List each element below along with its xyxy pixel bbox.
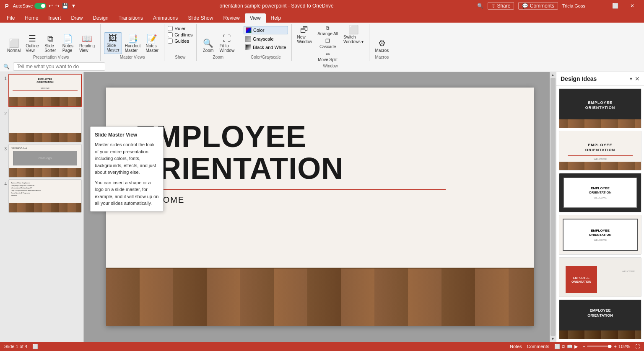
status-bar-left: Slide 1 of 4 ⬜ <box>4 344 38 349</box>
comments-button[interactable]: 💬 Comments <box>518 2 558 10</box>
zoom-slider[interactable] <box>587 346 612 347</box>
zoom-control[interactable]: − + 102% <box>583 344 630 349</box>
cascade-button[interactable]: ❐ Cascade <box>316 37 340 50</box>
tab-home[interactable]: Home <box>20 13 43 23</box>
zoom-thumb <box>608 345 611 348</box>
move-split-button[interactable]: ⇔ Move Split <box>316 50 340 63</box>
notes-page-button[interactable]: 📄 NotesPage <box>60 33 76 54</box>
user-name: Tricia Goss <box>562 3 585 8</box>
design-idea-4-sub: WELCOME <box>594 239 607 241</box>
design-idea-card-2[interactable]: EMPLOYEEORIENTATION WELCOME <box>559 131 641 170</box>
slide-3-image: Catalogs <box>13 151 77 165</box>
vertical-scrollbar[interactable]: ▲ ▼ <box>550 72 556 342</box>
window-buttons: 🗗 NewWindow ⧉ Arrange All ❐ Cascade ⇔ Mo… <box>295 24 366 63</box>
design-idea-card-4[interactable]: EMPLOYEEORIENTATION WELCOME <box>559 215 641 255</box>
slide-thumb-1[interactable]: 1 EMPLOYEEORIENTATION WELCOME <box>2 74 82 107</box>
notes-page-icon: 📄 <box>62 34 73 43</box>
new-window-button[interactable]: 🗗 NewWindow <box>295 24 314 63</box>
slide-3-header: PARADECK, LLC <box>11 147 27 149</box>
slide-thumb-2[interactable]: 2 <box>2 109 82 142</box>
zoom-button[interactable]: 🔍 Zoom <box>200 38 217 54</box>
handout-master-button[interactable]: 📑 HandoutMaster <box>123 33 143 54</box>
tab-draw[interactable]: Draw <box>66 13 88 23</box>
macros-button[interactable]: ⚙ Macros <box>373 38 391 54</box>
comments-status-button[interactable]: Comments <box>527 344 549 349</box>
search-icon[interactable]: 🔍 <box>477 3 483 9</box>
zoom-label: Zoom <box>213 54 224 61</box>
notes-button[interactable]: Notes <box>510 344 522 349</box>
zoom-in-icon[interactable]: + <box>614 344 616 349</box>
normal-view-status-icon[interactable]: ⬜ <box>554 344 560 349</box>
slide-1-title: EMPLOYEEORIENTATION <box>13 78 78 84</box>
slide-sorter-button[interactable]: ⧉ SlideSorter <box>42 33 59 54</box>
zoom-level: 102% <box>618 344 630 349</box>
autosave-label: AutoSave <box>13 3 47 9</box>
slide-1-line <box>13 90 78 91</box>
ribbon-group-color: Color Grayscale Black and White Color/Gr… <box>240 24 291 61</box>
design-idea-card-3[interactable]: EMPLOYEEORIENTATION WELCOME <box>559 173 641 213</box>
tab-view[interactable]: View <box>245 13 266 23</box>
share-button[interactable]: ⇧ Share <box>488 2 514 10</box>
black-white-option[interactable]: Black and White <box>244 44 288 51</box>
window-sub-buttons: ⧉ Arrange All ❐ Cascade ⇔ Move Split <box>316 24 340 63</box>
customize-icon[interactable]: ▼ <box>71 3 76 9</box>
ruler-checkbox[interactable]: Ruler <box>168 26 192 31</box>
slide-preview-content-4: Topics of New Employees Company Policy a… <box>9 180 81 212</box>
scroll-thumb[interactable] <box>551 78 556 336</box>
scroll-up-arrow[interactable]: ▲ <box>551 73 555 77</box>
design-idea-card-6[interactable]: EMPLOYEEORIENTATION <box>559 299 641 339</box>
redo-icon[interactable]: ↪ <box>55 3 60 9</box>
tab-animations[interactable]: Animations <box>148 13 183 23</box>
close-button[interactable]: ✕ <box>624 0 641 12</box>
slideshow-status-icon[interactable]: ▶ <box>574 344 578 349</box>
search-input[interactable] <box>13 62 105 71</box>
gridlines-checkbox[interactable]: Gridlines <box>168 32 192 37</box>
tab-insert[interactable]: Insert <box>43 13 66 23</box>
design-idea-card-5[interactable]: EMPLOYEEORIENTATION WELCOME <box>559 257 641 297</box>
slide-sorter-status-icon[interactable]: ⧉ <box>562 344 565 349</box>
slide-main-title: EMPLOYEEORIENTATION <box>135 121 504 184</box>
design-panel-controls: ▾ ✕ <box>630 75 640 82</box>
tab-design[interactable]: Design <box>88 13 113 23</box>
slide-main-divider <box>135 189 446 190</box>
show-label: Show <box>175 54 185 61</box>
arrange-all-button[interactable]: ⧉ Arrange All <box>316 24 340 37</box>
restore-button[interactable]: ⬜ <box>607 0 623 12</box>
autosave-toggle[interactable] <box>34 3 46 9</box>
slide-main-content: EMPLOYEEORIENTATION WELCOME <box>135 121 504 205</box>
design-idea-card-1[interactable]: EMPLOYEEORIENTATION <box>559 88 641 128</box>
color-options: Color Grayscale Black and White <box>244 24 288 53</box>
undo-icon[interactable]: ↩ <box>49 3 53 9</box>
guides-checkbox[interactable]: Guides <box>168 39 192 44</box>
zoom-out-icon[interactable]: − <box>583 344 585 349</box>
normal-view-button[interactable]: ⬜ Normal <box>5 38 23 54</box>
fit-slide-button[interactable]: ⛶ <box>635 344 640 349</box>
tab-file[interactable]: File <box>2 13 20 23</box>
design-panel-title: Design Ideas <box>561 75 597 82</box>
slide-thumb-3[interactable]: 3 PARADECK, LLC Catalogs <box>2 144 82 178</box>
slide-thumb-4[interactable]: 4 Topics of New Employees Company Policy… <box>2 179 82 213</box>
design-panel-dropdown-icon[interactable]: ▾ <box>630 76 632 82</box>
design-panel-close-icon[interactable]: ✕ <box>635 75 640 82</box>
scroll-down-arrow[interactable]: ▼ <box>551 337 555 341</box>
fit-to-window-button[interactable]: ⛶ Fit toWindow <box>218 33 237 54</box>
grayscale-option[interactable]: Grayscale <box>244 35 288 43</box>
save-icon[interactable]: 💾 <box>62 3 68 9</box>
notes-master-button[interactable]: 📝 NotesMaster <box>144 33 161 54</box>
show-checkboxes: Ruler Gridlines Guides <box>168 24 192 45</box>
design-idea-2-floor <box>559 162 641 170</box>
slide-master-button[interactable]: 🖼 SlideMaster <box>104 32 122 54</box>
outline-view-button[interactable]: ☰ OutlineView <box>23 33 41 54</box>
cascade-icon: ❐ <box>325 38 330 44</box>
reading-view-status-icon[interactable]: 📖 <box>567 344 573 349</box>
tab-help[interactable]: Help <box>266 13 286 23</box>
minimize-button[interactable]: — <box>589 0 606 12</box>
color-swatch <box>246 27 252 33</box>
tab-review[interactable]: Review <box>218 13 244 23</box>
color-option[interactable]: Color <box>244 26 288 34</box>
tab-slideshow[interactable]: Slide Show <box>183 13 218 23</box>
reading-view-button[interactable]: 📖 ReadingView <box>77 33 97 54</box>
tab-transitions[interactable]: Transitions <box>114 13 148 23</box>
switch-windows-button[interactable]: ⬜ SwitchWindows ▾ <box>341 24 366 63</box>
slide-main[interactable]: EMPLOYEEORIENTATION WELCOME <box>106 88 534 326</box>
